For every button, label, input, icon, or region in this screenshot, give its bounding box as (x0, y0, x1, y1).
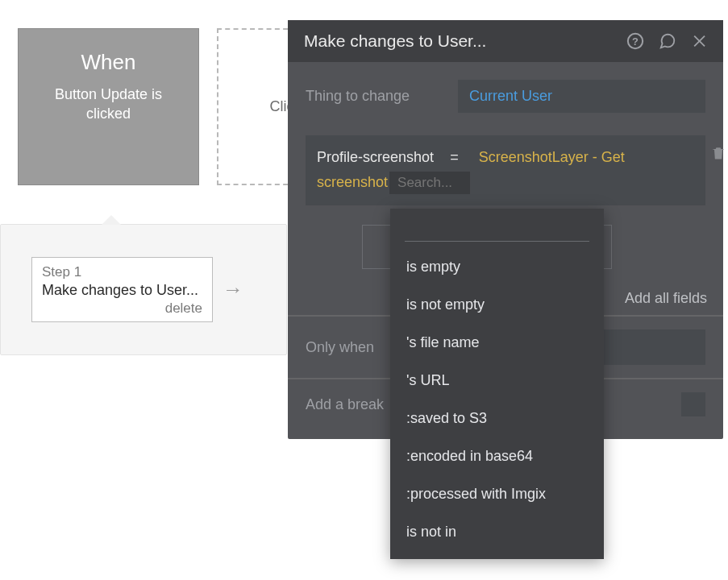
arrow-right-icon: → (223, 277, 243, 302)
when-title: When (81, 50, 136, 75)
when-subtitle: Button Update is clicked (19, 85, 198, 124)
step-delete-link[interactable]: delete (42, 300, 202, 317)
dropdown-item[interactable]: is not in (390, 513, 604, 551)
step-title: Make changes to User... (42, 282, 202, 299)
close-icon[interactable] (691, 32, 709, 50)
panel-header[interactable]: Make changes to User... ? (288, 20, 723, 62)
trash-icon[interactable] (710, 145, 726, 163)
dropdown-item[interactable]: is empty (390, 248, 604, 286)
comment-icon[interactable] (659, 32, 676, 50)
expression-dropdown: is empty is not empty 's file name 's UR… (390, 209, 604, 559)
expr-field: Profile-screenshot (317, 149, 434, 165)
thing-to-change-label: Thing to change (306, 88, 447, 105)
help-icon[interactable]: ? (626, 32, 644, 50)
dropdown-item[interactable]: is not empty (390, 286, 604, 324)
step-card[interactable]: Step 1 Make changes to User... delete (31, 257, 213, 322)
panel-title: Make changes to User... (304, 31, 486, 51)
dropdown-item[interactable]: 's file name (390, 324, 604, 362)
when-event-block[interactable]: When Button Update is clicked (18, 28, 199, 185)
thing-to-change-row: Thing to change Current User (306, 80, 705, 113)
thing-to-change-value[interactable]: Current User (458, 80, 705, 113)
expr-source-b[interactable]: screenshot (317, 174, 388, 190)
expression-search-input[interactable] (389, 172, 470, 194)
dropdown-separator (405, 241, 589, 242)
panel-header-actions: ? (626, 32, 709, 50)
expr-source-a[interactable]: ScreenshotLayer - Get (479, 149, 625, 165)
svg-text:?: ? (632, 35, 639, 48)
dropdown-item[interactable]: :processed with Imgix (390, 475, 604, 513)
dropdown-item[interactable]: 's URL (390, 362, 604, 400)
add-all-fields-link[interactable]: Add all fields (625, 290, 707, 307)
dropdown-item[interactable]: :saved to S3 (390, 400, 604, 437)
dropdown-item[interactable]: :encoded in base64 (390, 437, 604, 475)
expr-equals: = (450, 149, 459, 165)
breakpoint-toggle[interactable] (681, 392, 705, 416)
steps-panel: Step 1 Make changes to User... delete → (0, 224, 287, 355)
expression-box[interactable]: Profile-screenshot = ScreenshotLayer - G… (306, 135, 705, 205)
step-number: Step 1 (42, 264, 202, 280)
